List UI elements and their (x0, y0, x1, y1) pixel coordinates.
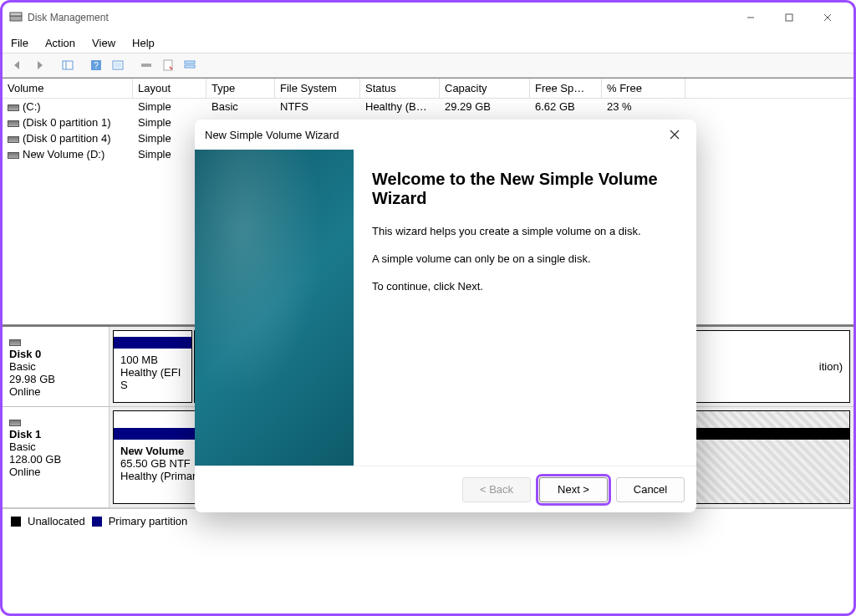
toolbar: ? (3, 53, 853, 78)
disk-icon (8, 136, 19, 143)
table-row[interactable]: (C:) Simple Basic NTFS Healthy (B… 29.29… (3, 99, 853, 115)
volume-name: (C:) (23, 100, 41, 113)
col-volume[interactable]: Volume (3, 79, 133, 98)
disk-size: 29.98 GB (9, 373, 102, 385)
list-icon[interactable] (180, 55, 200, 75)
volume-name: New Volume (D:) (23, 148, 104, 160)
disk-icon (8, 120, 19, 127)
col-filesystem[interactable]: File System (275, 79, 360, 98)
wizard-body: Welcome to the New Simple Volume Wizard … (195, 150, 696, 466)
window-controls (731, 4, 847, 31)
disk-info[interactable]: Disk 1 Basic 128.00 GB Online (3, 407, 110, 507)
disk-icon (9, 420, 21, 426)
disk-info[interactable]: Disk 0 Basic 29.98 GB Online (3, 327, 110, 406)
partition-status: ition) (819, 360, 843, 373)
disk-size: 128.00 GB (9, 453, 102, 466)
cell: NTFS (275, 99, 360, 115)
wizard-text: This wizard helps you create a simple vo… (372, 225, 678, 239)
refresh-icon[interactable] (108, 55, 128, 75)
menu-file[interactable]: File (11, 37, 28, 49)
wizard-content: Welcome to the New Simple Volume Wizard … (354, 150, 696, 466)
wizard-text: A simple volume can only be on a single … (372, 252, 678, 267)
forward-icon[interactable] (29, 55, 49, 75)
volume-name: (Disk 0 partition 4) (23, 132, 110, 145)
volume-table-header: Volume Layout Type File System Status Ca… (3, 79, 853, 99)
wizard-titlebar: New Simple Volume Wizard (195, 120, 696, 150)
wizard-buttons: < Back Next > Cancel (195, 466, 696, 512)
partition-status: Healthy (EFI S (120, 366, 185, 391)
maximize-button[interactable] (770, 4, 808, 31)
legend-primary-label: Primary partition (109, 515, 188, 527)
menu-view[interactable]: View (92, 37, 115, 49)
help-icon[interactable]: ? (86, 55, 106, 75)
menu-action[interactable]: Action (45, 37, 75, 49)
cell: 29.29 GB (440, 99, 530, 115)
disk-type: Basic (9, 360, 102, 373)
svg-rect-12 (141, 64, 151, 67)
col-freespace[interactable]: Free Sp… (530, 79, 602, 98)
svg-rect-14 (185, 61, 195, 64)
next-button[interactable]: Next > (539, 477, 608, 502)
disk-type: Basic (9, 440, 102, 453)
titlebar: Disk Management (3, 3, 853, 33)
svg-text:?: ? (94, 61, 99, 70)
menu-help[interactable]: Help (132, 37, 155, 49)
wizard-title-text: New Simple Volume Wizard (205, 129, 339, 141)
wizard-sidebar-graphic (195, 150, 354, 466)
legend-unallocated-box (11, 517, 21, 527)
disk-status: Online (9, 385, 102, 398)
disk-status: Online (9, 466, 102, 478)
svg-rect-1 (10, 13, 22, 16)
disk-name: Disk 1 (9, 428, 102, 440)
legend-unallocated-label: Unallocated (28, 515, 85, 527)
svg-rect-3 (786, 14, 792, 21)
partition[interactable]: 100 MB Healthy (EFI S (113, 330, 192, 403)
properties-icon[interactable] (158, 55, 178, 75)
back-button: < Back (462, 477, 531, 502)
col-status[interactable]: Status (360, 79, 440, 98)
wizard-heading: Welcome to the New Simple Volume Wizard (372, 170, 678, 208)
legend-primary-box (92, 517, 102, 527)
menubar: File Action View Help (3, 33, 853, 53)
cell: 6.62 GB (530, 99, 602, 115)
svg-rect-6 (63, 61, 73, 69)
partition-size: 100 MB (120, 354, 185, 366)
app-icon (9, 11, 23, 24)
cancel-button[interactable]: Cancel (616, 477, 685, 502)
minimize-button[interactable] (731, 4, 770, 31)
disk-icon (8, 104, 19, 111)
wizard-dialog: New Simple Volume Wizard Welcome to the … (195, 120, 696, 512)
disk-icon (8, 152, 19, 159)
svg-rect-11 (115, 63, 121, 68)
show-hide-icon[interactable] (58, 55, 78, 75)
cell: Simple (133, 99, 206, 115)
volume-name: (Disk 0 partition 1) (23, 116, 110, 129)
col-type[interactable]: Type (206, 79, 275, 98)
cell: Basic (206, 99, 275, 115)
back-icon[interactable] (8, 55, 28, 75)
window-title: Disk Management (28, 12, 731, 23)
disk-name: Disk 0 (9, 348, 102, 360)
settings-icon[interactable] (136, 55, 156, 75)
svg-rect-0 (10, 16, 22, 21)
svg-rect-15 (185, 65, 195, 68)
partition-bar (114, 337, 191, 349)
disk-icon (9, 339, 21, 346)
wizard-close-button[interactable] (663, 123, 686, 146)
col-pctfree[interactable]: % Free (602, 79, 685, 98)
cell: 23 % (602, 99, 685, 115)
col-layout[interactable]: Layout (133, 79, 206, 98)
col-capacity[interactable]: Capacity (440, 79, 530, 98)
wizard-text: To continue, click Next. (372, 280, 678, 294)
cell: Healthy (B… (360, 99, 440, 115)
close-button[interactable] (808, 4, 847, 31)
